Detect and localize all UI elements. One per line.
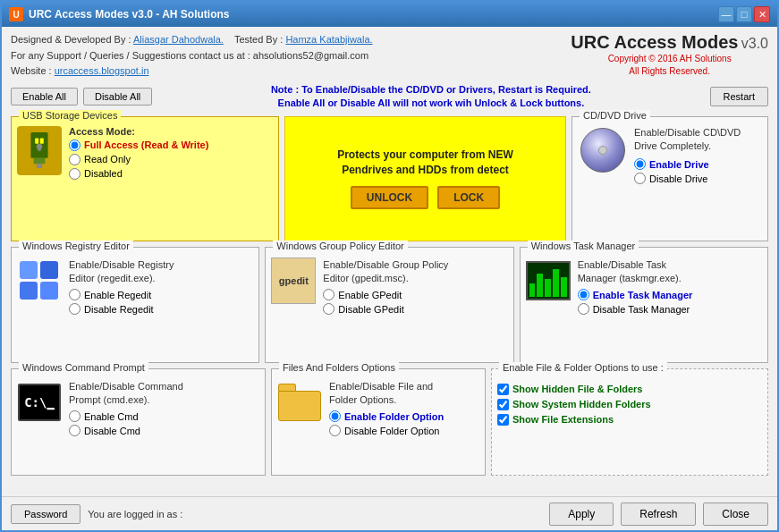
svg-rect-1 bbox=[34, 158, 46, 164]
usb-radio-readonly[interactable] bbox=[69, 154, 80, 165]
cddvd-radio-disable[interactable] bbox=[634, 173, 646, 184]
registry-radio-disable[interactable] bbox=[69, 303, 80, 315]
footer: Password You are logged in as : Apply Re… bbox=[2, 496, 777, 530]
maximize-button[interactable]: □ bbox=[736, 6, 752, 22]
files-option-disable[interactable]: Disable Folder Option bbox=[329, 425, 444, 436]
system-hidden-checkbox[interactable] bbox=[497, 399, 509, 410]
brand-version: v3.0 bbox=[741, 36, 768, 51]
taskman-panel-title: Windows Task Manager bbox=[528, 241, 639, 251]
cmd-option-disable[interactable]: Disable Cmd bbox=[69, 425, 183, 436]
registry-label-disable: Disable Regedit bbox=[84, 304, 154, 315]
designed-by-label: Designed & Developed By : bbox=[11, 34, 131, 45]
brand-title-line: URC Access Modes v3.0 bbox=[571, 32, 768, 53]
minimize-button[interactable]: — bbox=[718, 6, 734, 22]
cd-hole bbox=[598, 146, 607, 155]
cmd-radio-disable[interactable] bbox=[69, 425, 80, 436]
gpo-radio-disable[interactable] bbox=[323, 303, 334, 315]
taskman-radio-disable[interactable] bbox=[578, 303, 589, 315]
close-button[interactable]: Close bbox=[703, 502, 768, 526]
usb-svg bbox=[21, 132, 57, 168]
top-section: USB Storage Devices bbox=[11, 116, 768, 241]
gpo-options: Enable/Disable Group PolicyEditor (gpedi… bbox=[323, 258, 448, 316]
designed-by-name[interactable]: Aliasgar Dahodwala. bbox=[133, 34, 224, 45]
unlock-button[interactable]: UNLOCK bbox=[351, 186, 428, 209]
taskman-option-disable[interactable]: Disable Task Manager bbox=[578, 303, 693, 315]
taskman-radio-enable[interactable] bbox=[578, 289, 589, 300]
gpo-radio-enable[interactable] bbox=[323, 289, 334, 300]
close-window-button[interactable]: ✕ bbox=[754, 6, 770, 22]
cmd-radio-group: Enable Cmd Disable Cmd bbox=[69, 410, 183, 436]
taskman-bar-5 bbox=[561, 277, 567, 297]
header-info: Designed & Developed By : Aliasgar Dahod… bbox=[11, 32, 768, 80]
refresh-button[interactable]: Refresh bbox=[621, 502, 696, 526]
hidden-files-checkbox[interactable] bbox=[497, 384, 509, 395]
hidden-files-option[interactable]: Show Hidden File & Folders bbox=[497, 384, 762, 395]
copyright-text: Copyright © 2016 AH Solutions bbox=[571, 53, 768, 65]
main-area: USB Storage Devices bbox=[11, 116, 768, 491]
registry-option-disable[interactable]: Disable Regedit bbox=[69, 303, 174, 315]
apply-button[interactable]: Apply bbox=[549, 502, 614, 526]
gpo-radio-group: Enable GPedit Disable GPedit bbox=[323, 289, 448, 315]
lock-button[interactable]: LOCK bbox=[437, 186, 500, 209]
header-left: Designed & Developed By : Aliasgar Dahod… bbox=[11, 32, 373, 80]
file-extensions-option[interactable]: Show File Extensions bbox=[497, 414, 762, 426]
registry-desc: Enable/Disable RegistryEditor (regedit.e… bbox=[69, 258, 174, 286]
files-radio-enable[interactable] bbox=[329, 410, 341, 422]
enable-all-button[interactable]: Enable All bbox=[11, 88, 78, 106]
folder-icon bbox=[277, 380, 322, 425]
system-hidden-label: Show System Hidden Folders bbox=[512, 399, 651, 410]
cd-icon bbox=[578, 126, 627, 175]
usb-option-disabled[interactable]: Disabled bbox=[69, 168, 208, 180]
cmd-panel: Windows Command Prompt C:\_ Enable/Disab… bbox=[11, 368, 266, 476]
gpo-panel-title: Windows Group Policy Editor bbox=[273, 241, 407, 251]
cddvd-option-disable[interactable]: Disable Drive bbox=[634, 173, 741, 184]
gpo-option-disable[interactable]: Disable GPedit bbox=[323, 303, 448, 315]
usb-option-readonly[interactable]: Read Only bbox=[69, 154, 208, 165]
file-extensions-label: Show File Extensions bbox=[512, 414, 614, 425]
cddvd-panel: CD/DVD Drive Enable/Disable CD\DVDDrive … bbox=[572, 116, 768, 241]
files-option-enable[interactable]: Enable Folder Option bbox=[329, 410, 444, 422]
disable-all-button[interactable]: Disable All bbox=[83, 88, 152, 106]
cddvd-options: Enable/Disable CD\DVDDrive Completely. E… bbox=[634, 126, 741, 185]
gpo-option-enable[interactable]: Enable GPedit bbox=[323, 289, 448, 300]
cddvd-radio-enable[interactable] bbox=[634, 158, 646, 170]
window-title: URC Access Modes v3.0 - AH Solutions bbox=[29, 8, 230, 21]
file-extensions-checkbox[interactable] bbox=[497, 414, 509, 426]
restart-button[interactable]: Restart bbox=[710, 87, 768, 106]
tested-by-name[interactable]: Hamza Katabjiwala. bbox=[285, 34, 372, 45]
registry-panel-title: Windows Registry Editor bbox=[19, 241, 133, 251]
registry-panel: Windows Registry Editor Enable/Disable bbox=[11, 247, 259, 363]
fileopt-panel-title: Enable File & Folder Options to use : bbox=[499, 362, 667, 373]
usb-radio-group: Full Access (Read & Write) Read Only Dis… bbox=[69, 139, 208, 180]
svg-rect-3 bbox=[35, 138, 38, 143]
usb-radio-disabled[interactable] bbox=[69, 168, 80, 180]
content-area: Designed & Developed By : Aliasgar Dahod… bbox=[2, 27, 777, 496]
registry-radio-enable[interactable] bbox=[69, 289, 80, 300]
cmd-option-enable[interactable]: Enable Cmd bbox=[69, 410, 183, 422]
cddvd-radio-group: Enable Drive Disable Drive bbox=[634, 158, 741, 184]
folder-tab bbox=[278, 384, 296, 391]
password-button[interactable]: Password bbox=[11, 504, 80, 524]
lock-buttons: UNLOCK LOCK bbox=[351, 186, 500, 209]
system-hidden-option[interactable]: Show System Hidden Folders bbox=[497, 399, 762, 410]
registry-icon-img bbox=[20, 261, 59, 300]
gpo-label-disable: Disable GPedit bbox=[338, 304, 403, 315]
usb-panel-title: USB Storage Devices bbox=[19, 110, 121, 121]
files-radio-disable[interactable] bbox=[329, 425, 341, 436]
taskman-option-enable[interactable]: Enable Task Manager bbox=[578, 289, 693, 300]
fileopt-panel: Enable File & Folder Options to use : Sh… bbox=[491, 368, 768, 476]
website-line: Website : urcaccess.blogspot.in bbox=[11, 63, 373, 80]
website-url[interactable]: urcaccess.blogspot.in bbox=[55, 65, 149, 76]
cmd-icon: C:\_ bbox=[17, 380, 62, 425]
files-label-disable: Disable Folder Option bbox=[344, 426, 439, 436]
rights-text: All Rights Reserved. bbox=[571, 65, 768, 78]
cddvd-option-enable[interactable]: Enable Drive bbox=[634, 158, 741, 170]
usb-radio-full[interactable] bbox=[69, 139, 80, 151]
cmd-label-disable: Disable Cmd bbox=[84, 426, 140, 436]
cddvd-label-disable: Disable Drive bbox=[649, 173, 707, 184]
taskman-label-disable: Disable Task Manager bbox=[593, 304, 690, 315]
usb-option-full[interactable]: Full Access (Read & Write) bbox=[69, 139, 208, 151]
cmd-radio-enable[interactable] bbox=[69, 410, 80, 422]
cube3 bbox=[20, 282, 38, 300]
registry-option-enable[interactable]: Enable Regedit bbox=[69, 289, 174, 300]
